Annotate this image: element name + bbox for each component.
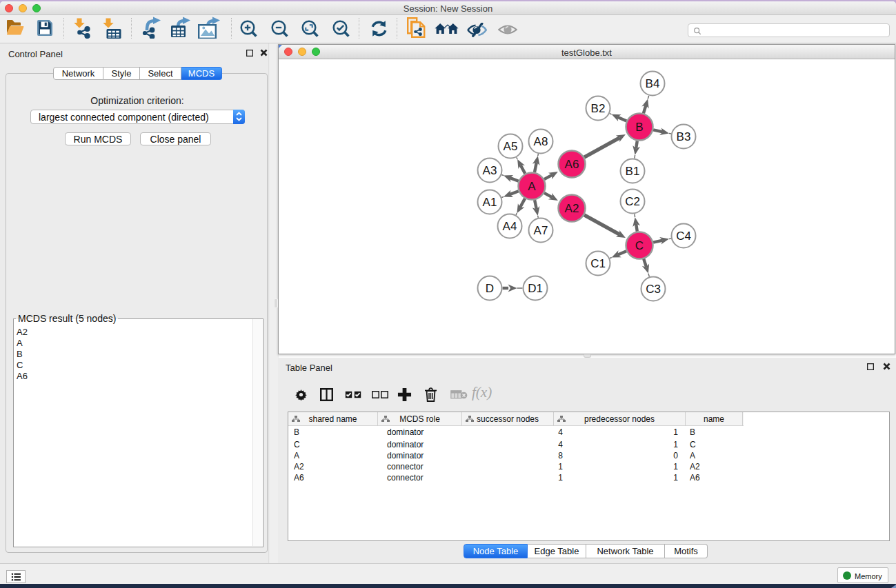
svg-text:C: C — [635, 239, 644, 252]
svg-text:A: A — [528, 180, 536, 193]
svg-text:B: B — [635, 121, 643, 134]
svg-text:A1: A1 — [483, 196, 497, 209]
svg-text:B2: B2 — [591, 102, 606, 115]
svg-text:A7: A7 — [534, 224, 548, 237]
svg-text:B4: B4 — [646, 77, 660, 90]
svg-text:A2: A2 — [565, 202, 579, 215]
svg-text:C2: C2 — [625, 195, 640, 208]
svg-text:D: D — [486, 282, 494, 295]
svg-text:D1: D1 — [528, 282, 543, 295]
svg-text:B1: B1 — [626, 165, 640, 178]
svg-text:A6: A6 — [565, 158, 579, 171]
svg-text:A8: A8 — [534, 135, 548, 148]
svg-text:A5: A5 — [504, 140, 518, 153]
svg-text:A4: A4 — [503, 220, 517, 233]
svg-text:C1: C1 — [590, 257, 606, 270]
svg-text:C4: C4 — [676, 230, 691, 243]
svg-text:C3: C3 — [646, 283, 661, 296]
svg-text:A3: A3 — [483, 164, 497, 177]
svg-text:B3: B3 — [677, 130, 691, 143]
